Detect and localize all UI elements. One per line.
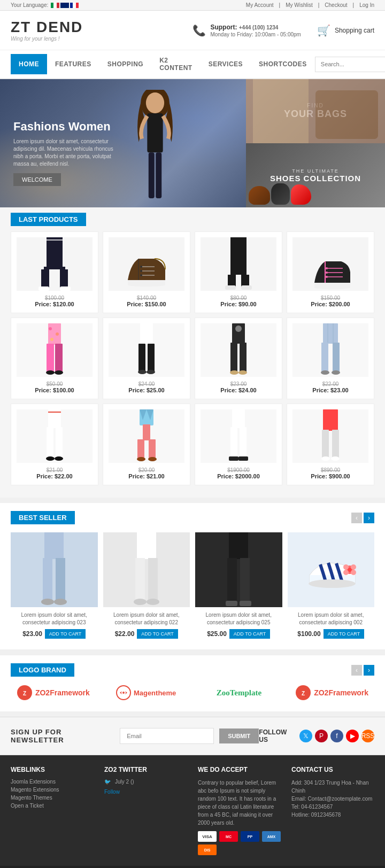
amex-icon: AMX (262, 831, 281, 842)
svg-rect-86 (240, 601, 251, 606)
newsletter-label: SIGN UP FOR NEWSLETTER (11, 728, 114, 744)
logo-brand-prev[interactable]: ‹ (351, 665, 362, 676)
youtube-icon[interactable]: ▶ (346, 730, 359, 742)
svg-point-89 (343, 564, 349, 570)
nav-home[interactable]: HOME (11, 54, 47, 74)
language-flags[interactable] (51, 3, 79, 8)
brand-magentheme[interactable]: Magentheme (104, 685, 189, 700)
product-card[interactable]: $80.00 Price: $90.00 (195, 231, 282, 313)
weblink-joomla[interactable]: Joomla Extensions (11, 779, 94, 785)
facebook-icon[interactable]: f (330, 730, 343, 742)
product-card[interactable]: $22.00 Price: $23.00 (287, 317, 374, 399)
product-old-price: $140.00 (109, 295, 184, 301)
add-to-cart-4[interactable]: ADD TO CART (324, 629, 365, 639)
product-old-price: $50.00 (17, 381, 93, 387)
weblink-ticket[interactable]: Open a Ticket (11, 803, 94, 809)
weblink-magento-ext[interactable]: Magento Extensions (11, 787, 94, 793)
product-price: Price: $22.00 (17, 473, 93, 479)
nav-features[interactable]: FEATURES (47, 54, 99, 74)
product-card[interactable]: $100.00 Price: $120.00 (11, 231, 98, 313)
best-seller-item-4[interactable]: Lorem ipsum dolor sit amet, consectetur … (288, 532, 375, 639)
hero-shoes-banner[interactable]: THE ULTIMATE SHOES COLLECTION (246, 143, 385, 207)
product-price: Price: $25.00 (109, 387, 184, 393)
footer-we-do-accept: WE DO ACCEPT Contrary to popular belief,… (198, 766, 281, 855)
cart-info[interactable]: 🛒 Shopping cart (317, 24, 374, 37)
svg-point-36 (147, 370, 155, 374)
svg-rect-58 (137, 439, 144, 460)
newsletter-email-input[interactable] (120, 728, 214, 744)
best-seller-item-2[interactable]: Lorem ipsum dolor sit amet, consectetur … (103, 532, 190, 639)
last-products-header: LAST PRODUCTS (0, 207, 385, 229)
best-seller-price-row-3: $25.00 ADD TO CART (195, 629, 282, 639)
best-seller-next[interactable]: › (364, 513, 374, 523)
svg-rect-20 (241, 285, 252, 290)
add-to-cart-1[interactable]: ADD TO CART (45, 629, 86, 639)
rss-icon[interactable]: RSS (361, 730, 374, 742)
brand-label-4: ZO2Framework (314, 688, 368, 697)
svg-rect-6 (44, 267, 49, 269)
best-seller-img-1 (11, 532, 98, 607)
product-card[interactable]: $50.00 Price: $100.00 (11, 317, 98, 399)
hero-shoes-ultimate: THE ULTIMATE (270, 168, 361, 174)
product-card[interactable]: $20.00 Price: $21.00 (103, 404, 190, 485)
nav-shortcodes[interactable]: SHORTCODES (251, 54, 315, 74)
product-card[interactable]: $23.00 Price: $24.00 (195, 317, 282, 399)
best-seller-prev[interactable]: ‹ (351, 513, 362, 523)
hero-welcome-button[interactable]: WELCOME (13, 173, 61, 186)
best-seller-item-3[interactable]: Lorem ipsum dolor sit amet, consectetur … (195, 532, 282, 639)
product-old-price: $24.00 (109, 381, 184, 387)
best-seller-item-1[interactable]: Lorem ipsum dolor sit amet, consectetur … (11, 532, 98, 639)
logo-brand-next[interactable]: › (364, 665, 374, 676)
product-price: Price: $200.00 (292, 301, 368, 307)
logo[interactable]: ZT DEND Wing for your lengs ! (11, 19, 83, 42)
product-card[interactable]: $1900.00 Price: $2000.00 (195, 404, 282, 485)
product-image (201, 237, 276, 291)
flag-french[interactable] (70, 3, 79, 8)
language-selector[interactable]: Your Language: (11, 2, 79, 8)
product-card[interactable]: $150.00 Price: $200.00 (287, 231, 374, 313)
weblink-magento-themes[interactable]: Magento Themes (11, 795, 94, 801)
product-card[interactable]: $21.00 Price: $22.00 (11, 404, 98, 485)
flag-italian[interactable] (51, 3, 59, 8)
my-account-link[interactable]: My Account (246, 2, 274, 8)
top-bar-links[interactable]: My Account | My Wishlist | Checkout | Lo… (246, 2, 374, 8)
svg-rect-52 (47, 427, 53, 459)
svg-point-76 (54, 599, 67, 605)
twitter-icon[interactable]: 𝕏 (299, 730, 312, 742)
search-area: 🔍 (315, 57, 385, 72)
login-link[interactable]: Log In (359, 2, 374, 8)
hero-bags-banner[interactable]: FIND YOUR BAGS (246, 79, 385, 143)
nav-k2content[interactable]: K2 CONTENT (151, 50, 201, 78)
nav-services[interactable]: SERVICES (201, 54, 251, 74)
add-to-cart-2[interactable]: ADD TO CART (137, 629, 178, 639)
product-card[interactable]: $140.00 Price: $150.00 (103, 231, 190, 313)
checkout-link[interactable]: Checkout (325, 2, 347, 8)
pinterest-icon[interactable]: P (315, 730, 328, 742)
search-input[interactable] (315, 58, 385, 71)
flag-english[interactable] (60, 3, 69, 8)
best-seller-img-2 (103, 532, 190, 607)
footer-weblinks: WEBLINKS Joomla Extensions Magento Exten… (11, 766, 94, 855)
svg-rect-4 (156, 152, 161, 198)
product-image (17, 409, 93, 463)
tweet-date: July 2 () (115, 779, 134, 785)
nav-shopping[interactable]: SHOPPING (99, 54, 151, 74)
brand-zo2framework-2[interactable]: Z ZO2Framework (289, 685, 374, 701)
brand-zo2framework-1[interactable]: Z ZO2Framework (11, 685, 96, 701)
svg-point-14 (140, 270, 142, 272)
newsletter-submit-button[interactable]: SUBMIT (219, 728, 259, 743)
svg-rect-77 (137, 532, 156, 559)
best-seller-price-1: $23.00 (22, 630, 42, 638)
footer-contact-title: CONTACT US (291, 766, 374, 773)
add-to-cart-3[interactable]: ADD TO CART (229, 629, 271, 639)
twitter-follow-link[interactable]: Follow (104, 789, 187, 795)
product-card[interactable]: $24.00 Price: $25.00 (103, 317, 190, 399)
product-old-price: $22.00 (292, 381, 368, 387)
products-row-3: $21.00 Price: $22.00 (11, 404, 374, 485)
svg-point-48 (321, 370, 329, 375)
brand-zootemplate[interactable]: ZooTemplate (197, 688, 282, 698)
best-seller-header: BEST SELLER ‹ › (0, 503, 385, 532)
products-row-1: $100.00 Price: $120.00 (11, 231, 374, 313)
product-card[interactable]: $890.00 Price: $900.00 (287, 404, 374, 485)
wishlist-link[interactable]: My Wishlist (286, 2, 313, 8)
